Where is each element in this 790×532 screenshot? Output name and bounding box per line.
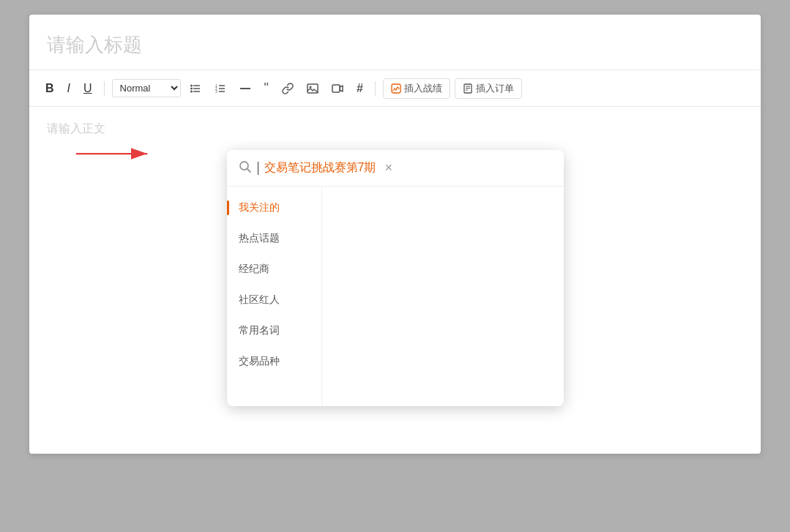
popup-sidebar: 我关注的 热点话题 经纪商 社区红人 常用名词 交易品种: [227, 187, 322, 406]
popup-close-button[interactable]: ×: [381, 159, 395, 177]
sidebar-item-community-star[interactable]: 社区红人: [227, 285, 321, 315]
popup-search-bar: 交易笔记挑战赛第7期 ×: [227, 150, 564, 187]
sidebar-item-hot-topics[interactable]: 热点话题: [227, 223, 321, 254]
popup-main-content: [322, 187, 564, 406]
sidebar-item-broker[interactable]: 经纪商: [227, 254, 321, 285]
search-icon: [239, 160, 252, 176]
sidebar-item-trading-variety[interactable]: 交易品种: [227, 346, 321, 377]
text-cursor: [258, 162, 258, 175]
search-typed-text: 交易笔记挑战赛第7期: [264, 160, 376, 176]
popup-overlay: 交易笔记挑战赛第7期 × 我关注的 热点话题 经纪商 社区红人: [0, 0, 790, 532]
search-popup: 交易笔记挑战赛第7期 × 我关注的 热点话题 经纪商 社区红人: [227, 150, 564, 406]
sidebar-item-followed[interactable]: 我关注的: [227, 192, 321, 223]
sidebar-item-common-terms[interactable]: 常用名词: [227, 315, 321, 346]
popup-body: 我关注的 热点话题 经纪商 社区红人 常用名词 交易品种: [227, 187, 564, 406]
svg-line-24: [247, 168, 250, 172]
